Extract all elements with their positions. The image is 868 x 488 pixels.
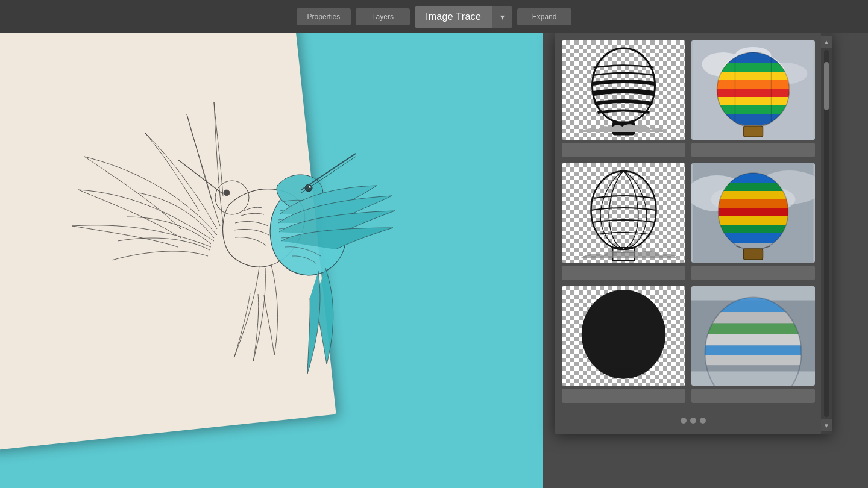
panel-scrollbar: ▲ ▼ — [821, 33, 832, 434]
thumbnail-frame-4 — [691, 163, 815, 263]
pagination-dot-1[interactable] — [681, 418, 687, 424]
sketchbook-paper — [0, 0, 336, 451]
thumbnail-label-2 — [691, 143, 815, 157]
scroll-down-button[interactable]: ▼ — [821, 419, 832, 431]
thumbnail-frame-2 — [691, 40, 815, 140]
pagination-dot-2[interactable] — [690, 418, 696, 424]
svg-rect-32 — [744, 126, 763, 137]
svg-rect-47 — [719, 208, 788, 216]
image-trace-panel: ▲ ▼ — [555, 33, 832, 434]
thumbnail-label-3 — [562, 266, 685, 280]
thumbnail-item-3[interactable] — [562, 163, 685, 280]
thumbnail-item-1[interactable] — [562, 40, 685, 157]
toolbar: Properties Layers Image Trace ▾ Expand — [0, 0, 868, 33]
svg-rect-65 — [705, 355, 802, 365]
thumbnail-label-1 — [562, 143, 685, 157]
scrollbar-track — [824, 50, 829, 417]
panel-footer — [555, 407, 832, 434]
svg-rect-63 — [705, 334, 802, 345]
svg-rect-49 — [719, 225, 788, 233]
svg-rect-64 — [705, 345, 802, 355]
svg-rect-52 — [744, 249, 763, 260]
thumbnail-item-2[interactable] — [691, 40, 815, 157]
image-trace-button-group: Image Trace ▾ — [415, 6, 512, 28]
svg-rect-62 — [705, 323, 802, 334]
panel-content — [555, 33, 832, 407]
svg-rect-46 — [719, 199, 788, 208]
thumbnail-frame-3 — [562, 163, 685, 263]
thumbnail-item-4[interactable] — [691, 163, 815, 280]
image-trace-chevron-button[interactable]: ▾ — [492, 6, 512, 28]
thumbnail-grid — [562, 40, 815, 403]
thumbnail-label-4 — [691, 266, 815, 280]
thumbnail-label-6 — [691, 389, 815, 403]
thumbnail-frame-1 — [562, 40, 685, 140]
scrollbar-thumb[interactable] — [824, 62, 829, 110]
thumbnail-item-5[interactable] — [562, 286, 685, 403]
expand-button[interactable]: Expand — [517, 8, 571, 25]
svg-rect-56 — [610, 368, 637, 371]
canvas-area — [0, 0, 542, 488]
properties-button[interactable]: Properties — [297, 8, 351, 25]
layers-button[interactable]: Layers — [356, 8, 410, 25]
thumbnail-label-5 — [562, 389, 685, 403]
thumbnail-frame-6 — [691, 286, 815, 386]
svg-rect-45 — [719, 191, 788, 199]
svg-rect-48 — [719, 216, 788, 225]
thumbnail-item-6[interactable] — [691, 286, 815, 403]
thumbnail-frame-5 — [562, 286, 685, 386]
svg-point-55 — [582, 290, 665, 379]
pagination-dot-3[interactable] — [700, 418, 706, 424]
image-trace-button[interactable]: Image Trace — [415, 6, 492, 28]
scroll-up-button[interactable]: ▲ — [821, 36, 832, 48]
